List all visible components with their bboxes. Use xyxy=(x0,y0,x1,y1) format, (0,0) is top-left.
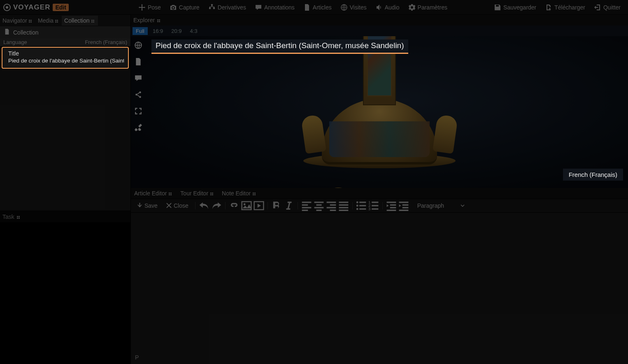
svg-point-40 xyxy=(356,201,358,203)
task-empty-area xyxy=(0,222,130,364)
task-panel-header[interactable]: Task xyxy=(0,211,130,222)
tab-tour-editor[interactable]: Tour Editor xyxy=(179,189,216,197)
indent-icon[interactable] xyxy=(398,199,409,213)
aspect-4-3[interactable]: 4:3 xyxy=(187,27,201,35)
align-center-icon[interactable] xyxy=(314,199,324,213)
grip-icon xyxy=(157,18,161,22)
svg-rect-29 xyxy=(210,192,212,194)
globe-icon[interactable] xyxy=(133,40,143,50)
redo-icon[interactable] xyxy=(211,199,222,213)
viewer-language-badge[interactable]: French (Français) xyxy=(563,169,623,181)
video-icon[interactable] xyxy=(254,199,264,213)
svg-rect-3 xyxy=(29,21,30,23)
tools-icon[interactable] xyxy=(133,123,143,132)
language-row[interactable]: Language French (Français) xyxy=(0,38,130,46)
annotations-button[interactable]: Annotations xyxy=(251,2,299,13)
svg-rect-30 xyxy=(212,192,213,194)
telecharger-button[interactable]: Télécharger xyxy=(541,2,589,13)
undo-icon[interactable] xyxy=(199,199,209,213)
svg-point-24 xyxy=(139,96,141,98)
document-icon xyxy=(304,4,310,11)
editor-status-path: P xyxy=(135,354,139,361)
comment-icon xyxy=(255,4,262,11)
svg-rect-41 xyxy=(359,202,366,203)
outdent-icon[interactable] xyxy=(386,199,397,213)
editor-save-button[interactable]: Save xyxy=(133,201,161,211)
svg-rect-45 xyxy=(359,208,366,209)
grip-icon xyxy=(210,191,214,195)
fullscreen-icon[interactable] xyxy=(133,106,143,116)
svg-rect-47 xyxy=(372,202,378,203)
aspect-full[interactable]: Full xyxy=(133,27,148,35)
paragraph-dropdown[interactable]: Paragraph xyxy=(413,201,469,211)
svg-point-23 xyxy=(135,94,137,96)
svg-rect-31 xyxy=(210,194,212,195)
svg-point-38 xyxy=(243,203,245,205)
list-ul-icon[interactable] xyxy=(356,199,367,213)
scene-title: Pied de croix de l'abbaye de Saint-Berti… xyxy=(151,39,408,53)
voyager-logo-icon xyxy=(3,4,11,11)
toolbar-main: Pose Capture Derivatives Annotations Art… xyxy=(135,2,451,13)
title-field-block[interactable]: Title Pied de croix de l'abbaye de Saint… xyxy=(2,47,129,69)
svg-rect-32 xyxy=(212,194,213,195)
articles-button[interactable]: Articles xyxy=(300,2,336,13)
quitter-button[interactable]: Quitter xyxy=(590,2,625,13)
separator xyxy=(382,202,383,209)
mode-badge: Edit xyxy=(53,4,68,11)
tab-note-editor[interactable]: Note Editor xyxy=(220,189,258,197)
svg-rect-19 xyxy=(157,21,158,22)
scene-title-underline xyxy=(151,53,408,54)
align-left-icon[interactable] xyxy=(301,199,312,213)
capture-button[interactable]: Capture xyxy=(166,2,204,13)
svg-point-44 xyxy=(356,208,358,210)
sauvegarder-button[interactable]: Sauvegarder xyxy=(490,2,540,13)
svg-rect-27 xyxy=(169,194,170,195)
tab-media[interactable]: Media xyxy=(35,16,62,26)
svg-rect-36 xyxy=(254,194,256,195)
pose-button[interactable]: Pose xyxy=(135,2,165,13)
svg-rect-25 xyxy=(169,192,170,194)
aspect-16-9[interactable]: 16:9 xyxy=(149,27,166,35)
file-icon xyxy=(4,29,10,36)
tab-navigator[interactable]: Navigator xyxy=(0,16,35,26)
toolbar-right: Sauvegarder Télécharger Quitter xyxy=(490,2,625,13)
parametres-button[interactable]: Paramètres xyxy=(405,2,451,13)
scene-title-overlay: Pied de croix de l'abbaye de Saint-Berti… xyxy=(151,39,408,54)
tab-collection[interactable]: Collection xyxy=(62,16,98,26)
bold-icon[interactable] xyxy=(271,199,282,213)
grip-icon xyxy=(169,191,173,195)
globe-icon xyxy=(341,4,347,11)
viewer-3d-canvas[interactable]: Pied de croix de l'abbaye de Saint-Berti… xyxy=(131,36,628,188)
title-input[interactable]: Pied de croix de l'abbaye de Saint-Berti… xyxy=(8,58,124,64)
separator xyxy=(195,202,195,209)
document-icon[interactable] xyxy=(133,57,143,67)
explorer-panel-header[interactable]: Explorer xyxy=(131,15,628,26)
brand: VOYAGER Edit xyxy=(3,3,69,12)
title-label: Title xyxy=(8,50,124,57)
visites-button[interactable]: Visites xyxy=(337,2,371,13)
save-icon xyxy=(494,4,501,11)
link-icon[interactable] xyxy=(229,199,240,213)
align-right-icon[interactable] xyxy=(326,199,337,213)
svg-rect-43 xyxy=(359,205,366,206)
svg-point-22 xyxy=(139,91,141,93)
editor-body[interactable]: P xyxy=(131,213,628,364)
audio-button[interactable]: Audio xyxy=(372,2,404,13)
gear-icon xyxy=(409,4,415,11)
list-ol-icon[interactable]: 123 xyxy=(368,199,379,213)
aspect-20-9[interactable]: 20:9 xyxy=(168,27,185,35)
svg-rect-11 xyxy=(91,21,93,23)
editor-close-button[interactable]: Close xyxy=(163,201,192,211)
svg-rect-14 xyxy=(19,216,20,217)
download-icon xyxy=(545,4,552,11)
share-icon[interactable] xyxy=(133,90,143,100)
grip-icon xyxy=(55,19,59,23)
tab-article-editor[interactable]: Article Editor xyxy=(133,189,174,197)
italic-icon[interactable] xyxy=(284,199,294,213)
derivatives-button[interactable]: Derivatives xyxy=(205,2,250,13)
align-justify-icon[interactable] xyxy=(338,199,349,213)
comment-icon[interactable] xyxy=(133,73,143,83)
svg-rect-18 xyxy=(159,19,160,21)
image-icon[interactable] xyxy=(241,199,252,213)
explorer-label: Explorer xyxy=(133,17,155,23)
